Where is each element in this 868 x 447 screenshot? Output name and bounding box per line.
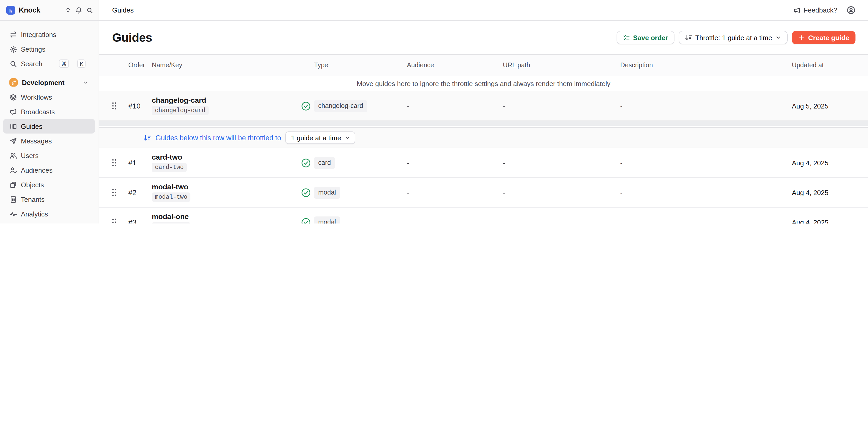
search-icon bbox=[9, 60, 17, 68]
description-value: - bbox=[617, 159, 790, 167]
sort-desc-icon bbox=[144, 134, 151, 141]
create-guide-button[interactable]: Create guide bbox=[792, 31, 856, 44]
chevron-down-icon bbox=[83, 79, 89, 86]
settings-icon bbox=[9, 45, 17, 53]
sidebar-item-objects[interactable]: Objects bbox=[3, 177, 95, 192]
throttle-divider-text: Guides below this row will be throttled … bbox=[155, 134, 281, 141]
workflows-icon bbox=[9, 93, 17, 101]
sidebar-item-label: Audiences bbox=[21, 166, 53, 174]
page-actions: Save order Throttle: 1 guide at a time C… bbox=[616, 31, 856, 44]
status-check-icon bbox=[299, 217, 313, 224]
guide-name: modal-two bbox=[152, 183, 188, 190]
drag-handle-icon[interactable] bbox=[112, 188, 121, 197]
sidebar: IntegrationsSettingsSearch⌘ K Developmen… bbox=[0, 21, 99, 224]
messages-icon bbox=[9, 137, 17, 145]
sidebar-item-label: Guides bbox=[21, 122, 42, 130]
sidebar-item-audiences[interactable]: Audiences bbox=[3, 163, 95, 177]
guides-icon bbox=[9, 122, 17, 130]
guide-name-cell: changelog-cardchangelog-card bbox=[148, 96, 299, 116]
type-badge: changelog-card bbox=[314, 100, 367, 112]
sidebar-item-label: Tenants bbox=[21, 195, 44, 203]
environment-name: Development bbox=[22, 78, 64, 86]
sidebar-item-label: Messages bbox=[21, 137, 52, 145]
column-header-order: Order bbox=[124, 62, 148, 69]
guide-row[interactable]: #1card-twocard-twocard---Aug 4, 2025 bbox=[99, 148, 868, 178]
description-value: - bbox=[617, 189, 790, 196]
sidebar-item-users[interactable]: Users bbox=[3, 148, 95, 163]
description-value: - bbox=[617, 218, 790, 224]
column-header-url-path: URL path bbox=[500, 62, 617, 69]
column-header-audience: Audience bbox=[403, 62, 500, 69]
sidebar-item-search[interactable]: Search⌘ K bbox=[3, 56, 95, 71]
order-number: #3 bbox=[124, 218, 148, 224]
pinned-section-note: Move guides here to ignore the throttle … bbox=[99, 76, 868, 91]
guide-name: changelog-card bbox=[152, 96, 206, 103]
status-check-icon bbox=[299, 101, 313, 111]
guide-rows-section: #1card-twocard-twocard---Aug 4, 2025#2mo… bbox=[99, 148, 868, 224]
breadcrumb[interactable]: Guides bbox=[112, 6, 133, 14]
sidebar-item-workflows[interactable]: Workflows bbox=[3, 90, 95, 104]
chevron-down-icon bbox=[775, 34, 782, 41]
sidebar-item-tenants[interactable]: Tenants bbox=[3, 192, 95, 206]
audience-value: - bbox=[403, 102, 500, 110]
integrations-icon bbox=[9, 31, 17, 38]
sidebar-item-analytics[interactable]: Analytics bbox=[3, 206, 95, 221]
url-path-value: - bbox=[500, 218, 617, 224]
notifications-bell-icon[interactable] bbox=[75, 6, 83, 14]
analytics-icon bbox=[9, 210, 17, 218]
audience-value: - bbox=[403, 218, 500, 224]
keyboard-shortcut-key: ⌘ bbox=[59, 60, 69, 68]
description-value: - bbox=[617, 102, 790, 110]
environment-switcher[interactable]: Development bbox=[3, 75, 95, 90]
workspace-select-icon[interactable] bbox=[65, 7, 71, 13]
sidebar-item-label: Broadcasts bbox=[21, 108, 55, 116]
guide-row[interactable]: #10changelog-cardchangelog-cardchangelog… bbox=[99, 91, 868, 121]
column-header-type: Type bbox=[313, 62, 403, 69]
guide-name-cell: modal-twomodal-two bbox=[148, 183, 299, 202]
checklist-icon bbox=[623, 34, 630, 41]
order-number: #2 bbox=[124, 188, 148, 197]
sidebar-item-broadcasts[interactable]: Broadcasts bbox=[3, 104, 95, 119]
user-avatar[interactable] bbox=[847, 6, 856, 14]
topbar: Guides Feedback? bbox=[99, 0, 868, 21]
section-gap bbox=[99, 121, 868, 126]
sidebar-item-label: Search bbox=[21, 60, 42, 68]
app-window: k Knock Guides Feedback? IntegrationsSet… bbox=[0, 0, 868, 224]
sidebar-item-integrations[interactable]: Integrations bbox=[3, 27, 95, 42]
sidebar-primary-nav: IntegrationsSettingsSearch⌘ K bbox=[0, 27, 99, 71]
workspace-switcher[interactable]: k Knock bbox=[0, 0, 99, 21]
sidebar-item-label: Analytics bbox=[21, 210, 48, 218]
table-header-row: OrderName/KeyTypeAudienceURL pathDescrip… bbox=[99, 54, 868, 76]
drag-handle-icon[interactable] bbox=[112, 159, 121, 167]
sidebar-item-label: Workflows bbox=[21, 93, 52, 101]
save-order-button[interactable]: Save order bbox=[616, 31, 674, 44]
url-path-value: - bbox=[500, 189, 617, 196]
guide-name-cell: card-twocard-two bbox=[148, 153, 299, 172]
url-path-value: - bbox=[500, 159, 617, 167]
throttle-divider-row: Guides below this row will be throttled … bbox=[99, 127, 868, 148]
main-content: Guides Save order Throttle: 1 guide at a… bbox=[99, 21, 868, 224]
search-icon[interactable] bbox=[86, 6, 93, 14]
sidebar-item-guides[interactable]: Guides bbox=[3, 119, 95, 133]
keyboard-shortcut-key: K bbox=[78, 60, 86, 68]
sidebar-item-label: Objects bbox=[21, 181, 44, 189]
throttle-count-dropdown[interactable]: 1 guide at a time bbox=[285, 131, 355, 144]
sidebar-item-messages[interactable]: Messages bbox=[3, 133, 95, 148]
knock-logo: k bbox=[6, 6, 15, 14]
throttle-dropdown-button[interactable]: Throttle: 1 guide at a time bbox=[679, 31, 788, 44]
guide-row[interactable]: #3modal-onemodal-onemodal---Aug 4, 2025 bbox=[99, 207, 868, 224]
guide-name-cell: modal-onemodal-one bbox=[148, 213, 299, 224]
sidebar-item-commits[interactable]: Commits bbox=[3, 221, 95, 224]
page-title: Guides bbox=[112, 31, 152, 44]
updated-at-value: Aug 5, 2025 bbox=[790, 102, 856, 110]
broadcasts-icon bbox=[9, 108, 17, 116]
drag-handle-icon[interactable] bbox=[112, 102, 121, 110]
development-icon bbox=[9, 78, 18, 87]
guide-key-badge: changelog-card bbox=[152, 106, 208, 116]
sidebar-item-settings[interactable]: Settings bbox=[3, 42, 95, 56]
chevron-down-icon bbox=[344, 134, 350, 141]
sort-desc-icon bbox=[685, 34, 692, 41]
drag-handle-icon[interactable] bbox=[112, 218, 121, 224]
feedback-button[interactable]: Feedback? bbox=[793, 6, 837, 14]
guide-row[interactable]: #2modal-twomodal-twomodal---Aug 4, 2025 bbox=[99, 178, 868, 207]
